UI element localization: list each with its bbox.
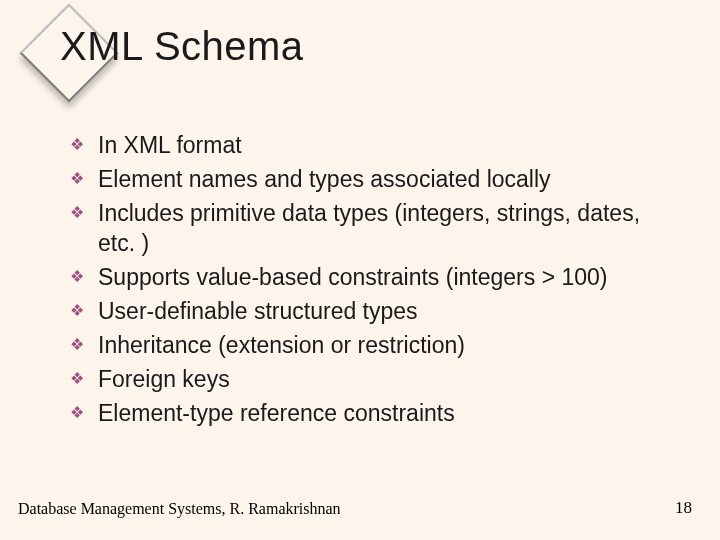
- list-item-text: In XML format: [98, 130, 242, 160]
- list-item-text: User-definable structured types: [98, 296, 418, 326]
- diamond-bullet-icon: ❖: [70, 364, 98, 394]
- bullet-list: ❖ In XML format ❖ Element names and type…: [70, 130, 680, 432]
- list-item-text: Includes primitive data types (integers,…: [98, 198, 680, 258]
- diamond-bullet-icon: ❖: [70, 398, 98, 428]
- list-item-text: Element names and types associated local…: [98, 164, 551, 194]
- diamond-bullet-icon: ❖: [70, 130, 98, 160]
- diamond-bullet-icon: ❖: [70, 330, 98, 360]
- slide-title: XML Schema: [60, 24, 304, 69]
- diamond-bullet-icon: ❖: [70, 198, 98, 228]
- list-item-text: Element-type reference constraints: [98, 398, 455, 428]
- footer-attribution: Database Management Systems, R. Ramakris…: [18, 500, 341, 518]
- diamond-bullet-icon: ❖: [70, 164, 98, 194]
- list-item: ❖ Foreign keys: [70, 364, 680, 394]
- diamond-bullet-icon: ❖: [70, 296, 98, 326]
- list-item: ❖ Inheritance (extension or restriction): [70, 330, 680, 360]
- list-item-text: Supports value-based constraints (intege…: [98, 262, 607, 292]
- diamond-bullet-icon: ❖: [70, 262, 98, 292]
- list-item-text: Inheritance (extension or restriction): [98, 330, 465, 360]
- list-item-text: Foreign keys: [98, 364, 230, 394]
- list-item: ❖ Element names and types associated loc…: [70, 164, 680, 194]
- list-item: ❖ User-definable structured types: [70, 296, 680, 326]
- list-item: ❖ Element-type reference constraints: [70, 398, 680, 428]
- list-item: ❖ Includes primitive data types (integer…: [70, 198, 680, 258]
- list-item: ❖ Supports value-based constraints (inte…: [70, 262, 680, 292]
- slide-number: 18: [675, 498, 692, 518]
- list-item: ❖ In XML format: [70, 130, 680, 160]
